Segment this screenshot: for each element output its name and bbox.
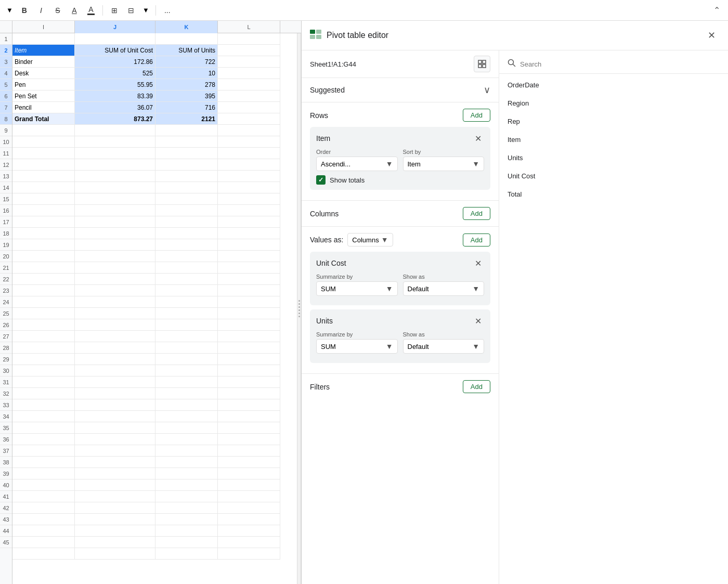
row-num-31: 31 <box>0 377 12 388</box>
text-color-button[interactable]: A <box>67 3 82 18</box>
collapse-button[interactable]: ⌃ <box>709 3 724 18</box>
fill-color-button[interactable]: A <box>84 3 98 18</box>
list-item[interactable]: Region <box>499 94 728 112</box>
table-row: Grand Total 873.27 2121 <box>12 113 297 125</box>
cell-3-K[interactable]: 722 <box>155 56 218 68</box>
summarize-by-group: Summarize by SUM ▼ <box>316 274 398 296</box>
cell-3-J[interactable]: 172.86 <box>75 56 155 68</box>
cell-8-I[interactable]: Grand Total <box>12 113 75 125</box>
merge-dropdown[interactable]: ▼ <box>140 5 151 15</box>
col-header-I[interactable]: I <box>12 21 75 33</box>
font-dropdown[interactable]: ▼ <box>4 5 15 15</box>
cell-1-K[interactable] <box>155 33 218 45</box>
cell-7-K[interactable]: 716 <box>155 102 218 113</box>
merge-button[interactable]: ⊟ <box>124 3 138 18</box>
cell-5-J[interactable]: 55.95 <box>75 79 155 90</box>
data-range-text: Sheet1!A1:G44 <box>310 60 470 68</box>
show-as-label: Show as <box>403 274 485 280</box>
col-header-J[interactable]: J <box>75 21 155 33</box>
units-card-close-button[interactable]: ✕ <box>472 315 484 327</box>
list-item[interactable]: Total <box>499 185 728 203</box>
row-num-45: 45 <box>0 537 12 548</box>
strikethrough-button[interactable]: S <box>50 3 65 18</box>
unit-cost-card-close-button[interactable]: ✕ <box>472 257 484 269</box>
svg-rect-2 <box>310 35 315 39</box>
search-input[interactable] <box>520 60 720 68</box>
drag-dot <box>298 306 300 308</box>
list-item[interactable]: Rep <box>499 112 728 131</box>
rows-add-button[interactable]: Add <box>463 109 490 122</box>
units-summarize-by-dropdown[interactable]: SUM ▼ <box>316 339 398 354</box>
cell-2-K[interactable]: SUM of Units <box>155 45 218 56</box>
cell-4-L[interactable] <box>218 68 280 79</box>
show-as-dropdown[interactable]: Default ▼ <box>403 281 485 296</box>
pivot-close-button[interactable]: ✕ <box>703 27 720 44</box>
list-item[interactable]: Unit Cost <box>499 167 728 185</box>
cell-1-I[interactable] <box>12 33 75 45</box>
cell-2-J[interactable]: SUM of Unit Cost <box>75 45 155 56</box>
cell-8-K[interactable]: 2121 <box>155 113 218 125</box>
list-item[interactable]: OrderDate <box>499 76 728 94</box>
cell-3-L[interactable] <box>218 56 280 68</box>
units-show-as-dropdown[interactable]: Default ▼ <box>403 339 485 354</box>
col-header-L[interactable]: L <box>218 21 280 33</box>
suggested-header[interactable]: Suggested ∨ <box>310 84 490 96</box>
table-row <box>12 399 297 411</box>
col-header-K[interactable]: K <box>155 21 218 33</box>
drag-divider[interactable] <box>297 33 301 584</box>
cell-8-L[interactable] <box>218 113 280 125</box>
values-add-button[interactable]: Add <box>463 233 490 246</box>
summarize-by-dropdown[interactable]: SUM ▼ <box>316 281 398 296</box>
cell-7-L[interactable] <box>218 102 280 113</box>
cell-2-L[interactable] <box>218 45 280 56</box>
cell-1-J[interactable] <box>75 33 155 45</box>
cell-7-J[interactable]: 36.07 <box>75 102 155 113</box>
cell-8-J[interactable]: 873.27 <box>75 113 155 125</box>
list-item[interactable]: Item <box>499 131 728 149</box>
drag-dot <box>298 309 300 311</box>
table-button[interactable]: ⊞ <box>107 3 122 18</box>
row-num-24: 24 <box>0 296 12 308</box>
cell-7-I[interactable]: Pencil <box>12 102 75 113</box>
cell-5-I[interactable]: Pen <box>12 79 75 90</box>
bold-button[interactable]: B <box>17 3 32 18</box>
units-show-as-label: Show as <box>403 331 485 338</box>
cell-2-I[interactable]: Item <box>12 45 75 56</box>
table-row <box>12 411 297 422</box>
item-card-close-button[interactable]: ✕ <box>472 132 484 145</box>
row-num-1: 1 <box>0 33 12 45</box>
table-row <box>12 239 297 251</box>
order-dropdown[interactable]: Ascendi... ▼ <box>316 157 398 171</box>
search-box <box>499 55 728 74</box>
cell-3-I[interactable]: Binder <box>12 56 75 68</box>
cell-5-K[interactable]: 278 <box>155 79 218 90</box>
cell-6-J[interactable]: 83.39 <box>75 90 155 102</box>
cell-5-L[interactable] <box>218 79 280 90</box>
cell-4-K[interactable]: 10 <box>155 68 218 79</box>
columns-add-button[interactable]: Add <box>463 207 490 220</box>
select-range-button[interactable] <box>474 56 490 72</box>
field-name-region: Region <box>508 99 529 107</box>
cell-4-I[interactable]: Desk <box>12 68 75 79</box>
sort-by-dropdown[interactable]: Item ▼ <box>403 157 485 171</box>
list-item[interactable]: Units <box>499 149 728 167</box>
row-num-16: 16 <box>0 205 12 216</box>
svg-rect-7 <box>483 64 486 68</box>
chevron-down-icon: ∨ <box>484 84 490 96</box>
row-num-44: 44 <box>0 525 12 537</box>
values-as-dropdown[interactable]: Columns ▼ <box>347 233 393 246</box>
more-button[interactable]: ... <box>160 3 175 18</box>
show-totals-checkbox[interactable] <box>316 175 326 185</box>
pivot-right: OrderDate Region Rep Item Units Unit Cos… <box>499 50 728 584</box>
cell-1-L[interactable] <box>218 33 280 45</box>
italic-button[interactable]: I <box>34 3 48 18</box>
row-num-38: 38 <box>0 457 12 468</box>
cell-6-K[interactable]: 395 <box>155 90 218 102</box>
cell-4-J[interactable]: 525 <box>75 68 155 79</box>
cell-6-I[interactable]: Pen Set <box>12 90 75 102</box>
suggested-section: Suggested ∨ <box>302 78 499 102</box>
filters-add-button[interactable]: Add <box>463 380 490 393</box>
row-num-34: 34 <box>0 411 12 422</box>
cell-6-L[interactable] <box>218 90 280 102</box>
table-row <box>12 274 297 285</box>
